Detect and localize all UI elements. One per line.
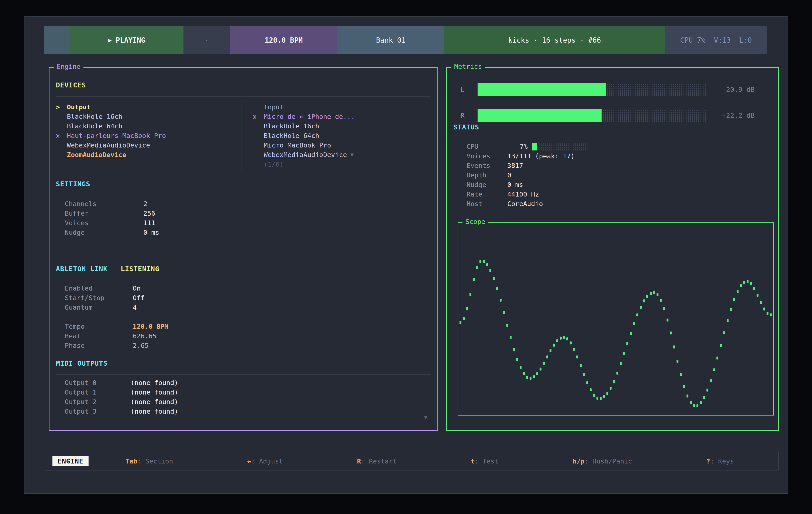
device-item[interactable]: BlackHole 64ch — [253, 131, 431, 141]
device-item-highlighted[interactable]: ZoomAudioDevice — [56, 150, 238, 159]
hint-section[interactable]: Tab: Section — [125, 457, 173, 465]
scope-sample-dot — [570, 341, 572, 344]
scope-sample-dot — [533, 375, 535, 379]
scope-sample-dot — [760, 301, 762, 304]
link-row[interactable]: Quantum4 — [65, 303, 431, 312]
tempo-row[interactable]: Tempo120.0 BPM — [65, 322, 431, 331]
device-label: BlackHole 64ch — [67, 121, 122, 131]
pattern-value: kicks · 16 steps · #66 — [508, 36, 601, 44]
hint-label — [478, 457, 483, 465]
input-list-header[interactable]: Input — [253, 102, 431, 112]
device-item[interactable]: WebexMediaAudioDevice ▼ — [253, 150, 431, 159]
scope-sample-dot — [750, 282, 752, 285]
scope-sample-dot — [560, 337, 562, 339]
device-item[interactable]: WebexMediaAudioDevice — [56, 141, 238, 150]
hint-adjust[interactable]: ↔: Adjust — [247, 457, 283, 465]
midi-output-row[interactable]: Output 3(none found) — [65, 406, 431, 416]
scope-sample-dot — [673, 345, 675, 349]
scope-sample-dot — [623, 352, 625, 355]
setting-value: 111 — [143, 218, 155, 228]
link-value: 4 — [133, 303, 137, 312]
scope-sample-dot — [627, 342, 628, 345]
device-active-mark: x — [253, 112, 264, 121]
tempo-value: 120.0 BPM — [133, 322, 168, 331]
scope-sample-dot — [700, 401, 702, 404]
scope-sample-dot — [540, 368, 542, 370]
transport-label: PLAYING — [116, 36, 145, 44]
hint-key: R — [357, 457, 361, 465]
device-item-active[interactable]: x Micro de « iPhone de... — [253, 112, 431, 121]
transport-status[interactable]: ▶PLAYING — [70, 26, 183, 54]
page-indicator-label: (1/6) — [264, 159, 284, 169]
setting-row[interactable]: Channels2 — [65, 199, 431, 209]
scope-sample-dot — [736, 290, 738, 293]
scope-sample-dot — [743, 281, 745, 284]
scope-sample-dot — [606, 392, 608, 395]
meter-track — [477, 109, 707, 122]
setting-value: 0 ms — [143, 228, 159, 237]
stats-value: CPU 7% V:13 L:0 — [680, 36, 752, 44]
scope-sample-dot — [667, 319, 668, 322]
midi-output-value: (none found) — [130, 388, 178, 397]
scroll-down-icon[interactable]: ▼ — [424, 414, 428, 421]
status-label: CPU — [466, 142, 507, 151]
hint-label: Hush/Panic — [592, 457, 632, 465]
bpm-display[interactable]: 120.0 BPM — [230, 26, 338, 54]
hint-label — [714, 457, 718, 465]
setting-row[interactable]: Buffer256 — [65, 209, 431, 218]
meter-channel-label: R — [461, 112, 477, 119]
device-item-active[interactable]: x Haut-parleurs MacBook Pro — [56, 131, 238, 141]
bank-display[interactable]: Bank 01 — [338, 26, 444, 54]
device-prefix — [253, 121, 264, 131]
pattern-display[interactable]: kicks · 16 steps · #66 — [444, 26, 665, 54]
device-item[interactable]: Micro MacBook Pro — [253, 141, 431, 150]
setting-row[interactable]: Nudge0 ms — [65, 228, 431, 237]
hint-label: Adjust — [259, 457, 283, 465]
device-prefix — [253, 159, 264, 169]
scope-sample-dot — [489, 269, 491, 272]
scope-sample-dot — [740, 284, 742, 288]
link-row[interactable]: EnabledOn — [65, 283, 431, 293]
hint-label: Keys — [718, 457, 734, 465]
devices-header: DEVICES — [56, 81, 86, 89]
device-item[interactable]: BlackHole 16ch — [253, 121, 431, 131]
scope-sample-dot — [663, 307, 665, 310]
divider — [56, 280, 431, 280]
scope-sample-dot — [633, 322, 635, 325]
hint-restart[interactable]: R: Restart — [357, 457, 397, 465]
hint-hush-panic[interactable]: h/p: Hush/Panic — [573, 457, 632, 465]
midi-output-row[interactable]: Output 0(none found) — [65, 378, 431, 388]
hint-label: Restart — [369, 457, 397, 465]
metrics-panel-title: Metrics — [451, 63, 485, 70]
hint-test[interactable]: t: Test — [471, 457, 499, 465]
scope-sample-dot — [550, 349, 551, 352]
device-item[interactable]: BlackHole 16ch — [56, 112, 238, 121]
scope-sample-dot — [500, 299, 501, 302]
divider — [56, 195, 431, 195]
setting-row[interactable]: Voices111 — [65, 218, 431, 228]
output-list-header[interactable]: > Output — [56, 102, 238, 112]
status-row: Nudge0 ms — [466, 180, 772, 189]
scope-waveform — [460, 224, 772, 414]
device-item[interactable]: BlackHole 64ch — [56, 121, 238, 131]
scope-sample-dot — [526, 376, 528, 379]
arrows-icon: ↔ — [247, 457, 251, 465]
hint-keys[interactable]: ?: Keys — [706, 457, 734, 465]
scope-sample-dot — [613, 380, 615, 383]
input-header-label: Input — [264, 102, 284, 112]
chevron-down-icon[interactable]: ▼ — [350, 150, 354, 159]
scope-sample-dot — [513, 347, 515, 351]
midi-output-row[interactable]: Output 1(none found) — [65, 388, 431, 397]
midi-output-label: Output 1 — [65, 388, 130, 397]
mode-badge[interactable]: ENGINE — [53, 456, 89, 466]
scope-sample-dot — [586, 381, 588, 384]
status-label: Rate — [466, 189, 507, 199]
status-row: Rate44100 Hz — [466, 189, 772, 199]
column-divider — [241, 102, 241, 172]
scope-sample-dot — [576, 356, 578, 358]
link-value: On — [133, 283, 141, 293]
link-row[interactable]: Start/StopOff — [65, 293, 431, 303]
midi-output-row[interactable]: Output 2(none found) — [65, 397, 431, 406]
device-prefix — [56, 112, 67, 121]
scope-sample-dot — [529, 377, 531, 380]
